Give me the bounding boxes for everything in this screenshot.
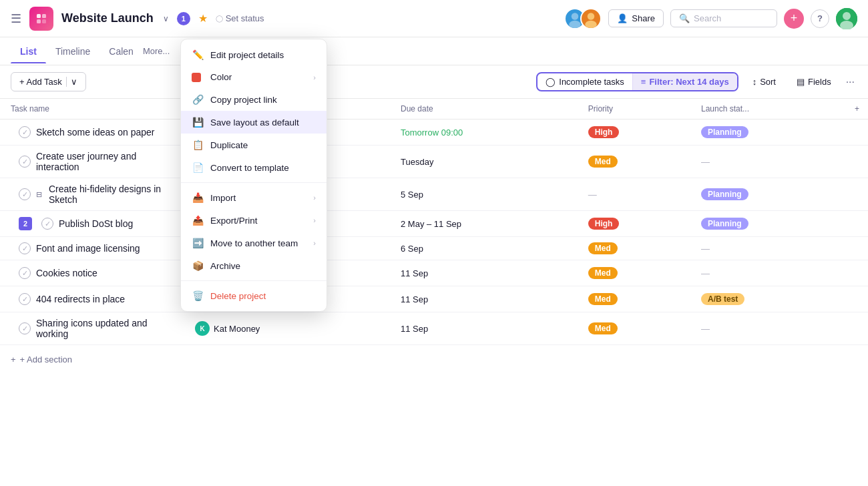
menu-item-delete-project[interactable]: 🗑️Delete project — [181, 284, 327, 307]
task-name-label: Publish DoSt blog — [59, 218, 133, 229]
menu-item-copy-project-link[interactable]: 🔗Copy project link — [181, 88, 327, 111]
fields-button[interactable]: ▤ Fields — [790, 73, 838, 90]
share-button[interactable]: 👤 Share — [608, 9, 664, 27]
row-actions-cell — [847, 237, 868, 260]
menu-icon-edit-project-details: ✏️ — [192, 49, 204, 60]
task-check-icon[interactable]: ✓ — [19, 293, 31, 305]
menu-chevron-export-print: › — [313, 216, 316, 224]
svg-point-9 — [843, 12, 851, 20]
task-check-icon[interactable]: ✓ — [19, 322, 31, 334]
table-row[interactable]: ✓Sketch some ideas on paperGGearóidTomor… — [0, 119, 868, 146]
fields-icon: ▤ — [797, 77, 805, 87]
row-actions-cell — [847, 146, 868, 178]
task-name-cell: 2✓Publish DoSt blog — [0, 211, 187, 237]
due-date-label: 2 May – 11 Sep — [401, 219, 461, 229]
due-date-label: 6 Sep — [401, 244, 423, 254]
table-row[interactable]: ✓⊟Create hi-fidelity designs in SketchNN… — [0, 178, 868, 211]
task-check-icon[interactable]: ✓ — [19, 267, 31, 279]
task-check-icon[interactable]: ✓ — [19, 188, 31, 200]
menu-item-duplicate[interactable]: 📋Duplicate — [181, 134, 327, 156]
task-check-icon[interactable]: ✓ — [19, 156, 31, 168]
task-name-label: Sketch some ideas on paper — [36, 127, 154, 138]
col-add-button[interactable]: + — [847, 99, 868, 119]
priority-cell: Med — [580, 146, 693, 178]
assignee-avatar: K — [195, 321, 210, 336]
table-row[interactable]: ✓Font and image licensing6 SepMed— — [0, 237, 868, 260]
svg-point-7 — [586, 20, 598, 28]
sort-icon: ↕ — [752, 77, 757, 87]
menu-label-export-print: Export/Print — [210, 216, 306, 226]
task-check-icon[interactable]: ✓ — [19, 242, 31, 254]
menu-chevron-color: › — [313, 73, 316, 81]
row-actions-cell — [847, 312, 868, 345]
star-icon[interactable]: ★ — [198, 12, 208, 25]
table-row[interactable]: 2✓Publish DoSt blogBBlake Pham2 May – 11… — [0, 211, 868, 237]
set-status-button[interactable]: ◯ Set status — [216, 13, 264, 23]
due-date-cell: 11 Sep — [393, 260, 580, 286]
priority-badge: High — [588, 218, 620, 230]
avatar-user2[interactable] — [580, 8, 602, 29]
menu-item-color[interactable]: Color› — [181, 66, 327, 88]
task-check-icon[interactable]: ✓ — [41, 218, 53, 230]
launch-stat-cell: A/B test — [693, 286, 847, 312]
task-name-cell: ✓Create user journey and interaction — [0, 146, 187, 178]
launch-dash: — — [701, 268, 710, 278]
topbar-right: 👤 Share 🔍 Search + ? — [564, 8, 857, 29]
priority-cell: Med — [580, 260, 693, 286]
launch-stat-cell: — — [693, 260, 847, 286]
add-task-label: + Add Task — [19, 77, 62, 87]
menu-label-save-layout-as-default: Save layout as default — [210, 117, 316, 128]
menu-item-import[interactable]: 📥Import› — [181, 186, 327, 209]
menu-item-archive[interactable]: 📦Archive — [181, 254, 327, 277]
incomplete-tasks-filter[interactable]: ◯ Incomplete tasks — [537, 73, 633, 90]
assignee-name-label: Kat Mooney — [214, 324, 260, 334]
table-row[interactable]: ✓Create user journey and interactionAAle… — [0, 146, 868, 178]
help-button[interactable]: ? — [811, 9, 829, 28]
menu-label-duplicate: Duplicate — [210, 140, 316, 150]
tab-calendar[interactable]: Calen — [99, 39, 143, 63]
tab-timeline[interactable]: Timeline — [46, 39, 99, 63]
row-actions-cell — [847, 286, 868, 312]
menu-item-convert-to-template[interactable]: 📄Convert to template — [181, 156, 327, 179]
add-task-button[interactable]: + Add Task ∨ — [11, 72, 86, 91]
task-name-label: Create user journey and interaction — [36, 151, 179, 172]
project-badge: 1 — [177, 12, 190, 25]
menu-label-convert-to-template: Convert to template — [210, 163, 316, 173]
sort-button[interactable]: ↕ Sort — [744, 73, 785, 91]
priority-badge: Med — [588, 293, 618, 305]
task-name-label: 404 redirects in place — [36, 294, 125, 304]
toolbar-more-button[interactable]: ··· — [843, 73, 857, 91]
add-task-chevron-icon[interactable]: ∨ — [66, 77, 77, 87]
menu-item-edit-project-details[interactable]: ✏️Edit project details — [181, 43, 327, 66]
table-row[interactable]: ✓Cookies noticeBBlake Pham11 SepMed— — [0, 260, 868, 286]
tab-more[interactable]: More... — [143, 46, 170, 56]
launch-stat-cell: Planning — [693, 178, 847, 211]
menu-icon-copy-project-link: 🔗 — [192, 94, 204, 105]
add-section-button[interactable]: + + Add section — [0, 345, 868, 374]
menu-label-color: Color — [210, 72, 306, 82]
priority-badge: Med — [588, 322, 618, 334]
menu-icon-color — [192, 73, 204, 82]
menu-chevron-import: › — [313, 194, 316, 202]
priority-cell: Med — [580, 286, 693, 312]
menu-label-move-to-another-team: Move to another team — [210, 238, 306, 248]
menu-icon-save-layout-as-default: 💾 — [192, 117, 204, 128]
hamburger-menu-icon[interactable]: ☰ — [11, 11, 21, 26]
user-avatar[interactable] — [836, 8, 857, 29]
next-14-days-filter[interactable]: ≡ Filter: Next 14 days — [633, 73, 737, 90]
menu-icon-duplicate: 📋 — [192, 140, 204, 150]
menu-item-move-to-another-team[interactable]: ➡️Move to another team› — [181, 232, 327, 254]
title-chevron-icon[interactable]: ∨ — [163, 14, 169, 23]
row-actions-cell — [847, 211, 868, 237]
menu-item-save-layout-as-default[interactable]: 💾Save layout as default — [181, 111, 327, 134]
tab-list[interactable]: List — [11, 39, 46, 63]
task-check-icon[interactable]: ✓ — [19, 126, 31, 138]
table-row[interactable]: ✓Sharing icons updated and workingKKat M… — [0, 312, 868, 345]
menu-item-export-print[interactable]: 📤Export/Print› — [181, 209, 327, 232]
search-box[interactable]: 🔍 Search — [670, 9, 777, 27]
plus-button[interactable]: + — [784, 9, 804, 29]
menu-label-delete-project: Delete project — [210, 291, 316, 301]
svg-point-5 — [570, 20, 582, 28]
launch-planning-badge: Planning — [701, 126, 748, 138]
table-row[interactable]: ✓404 redirects in placeAAlejandro L...11… — [0, 286, 868, 312]
